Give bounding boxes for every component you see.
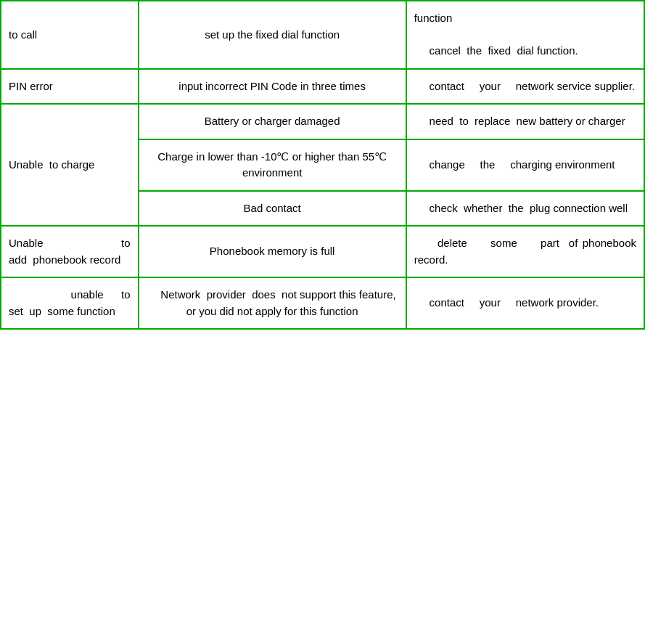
solution-cell: check whether the plug connection well <box>406 191 644 227</box>
solution-cell: change the charging environment <box>406 139 644 191</box>
cause-cell: Phonebook memory is full <box>139 226 406 277</box>
cause-cell: Network provider does not support this f… <box>139 277 406 329</box>
table-row: unable to set up some function Network p… <box>1 277 644 329</box>
problem-text: unable to set up some function <box>9 288 131 317</box>
cause-text: Charge in lower than -10℃ or higher than… <box>157 150 387 179</box>
solution-text: need to replace new battery or charger <box>414 115 625 127</box>
solution-text: contact your network service supplier. <box>414 80 635 92</box>
problem-cell: PIN error <box>1 69 139 105</box>
solution-cell: contact your network service supplier. <box>406 69 644 105</box>
table-row: PIN error input incorrect PIN Code in th… <box>1 69 644 105</box>
problem-text: Unable to add phonebook record <box>9 237 131 266</box>
solution-cell: need to replace new battery or charger <box>406 104 644 139</box>
solution-cell: delete some part of phonebook record. <box>406 226 644 277</box>
cause-cell: Charge in lower than -10℃ or higher than… <box>139 139 406 191</box>
cause-cell: input incorrect PIN Code in three times <box>139 69 406 105</box>
cause-cell: Bad contact <box>139 191 406 227</box>
cause-text: Battery or charger damaged <box>205 115 340 127</box>
table-row: Unable to charge Battery or charger dama… <box>1 104 644 139</box>
problem-text: PIN error <box>9 80 53 92</box>
solution-cell: function cancel the fixed dial function. <box>406 1 644 69</box>
solution-text: change the charging environment <box>414 158 615 171</box>
problem-cell: to call <box>1 1 139 69</box>
cause-text: Bad contact <box>244 202 301 214</box>
solution-text: contact your network provider. <box>414 296 599 309</box>
cause-text: set up the fixed dial function <box>205 28 340 41</box>
cause-text: Network provider does not support this f… <box>149 288 396 317</box>
table-row: Unable to add phonebook record Phonebook… <box>1 226 644 277</box>
problem-cell: Unable to add phonebook record <box>1 226 139 277</box>
solution-cell: contact your network provider. <box>406 277 644 329</box>
cause-text: Phonebook memory is full <box>210 245 335 257</box>
problem-cell: unable to set up some function <box>1 277 139 329</box>
solution-text: check whether the plug connection well <box>414 202 628 214</box>
problem-text: to call <box>9 28 37 41</box>
problem-text: Unable to charge <box>9 158 94 171</box>
cause-text: input incorrect PIN Code in three times <box>178 80 366 92</box>
problem-cell: Unable to charge <box>1 104 139 226</box>
solution-text: delete some part of phonebook record. <box>414 237 636 266</box>
solution-text: function cancel the fixed dial function. <box>414 12 578 57</box>
cause-cell: Battery or charger damaged <box>139 104 406 139</box>
table-row: to call set up the fixed dial function f… <box>1 1 644 69</box>
cause-cell: set up the fixed dial function <box>139 1 406 69</box>
main-table: to call set up the fixed dial function f… <box>0 0 645 330</box>
